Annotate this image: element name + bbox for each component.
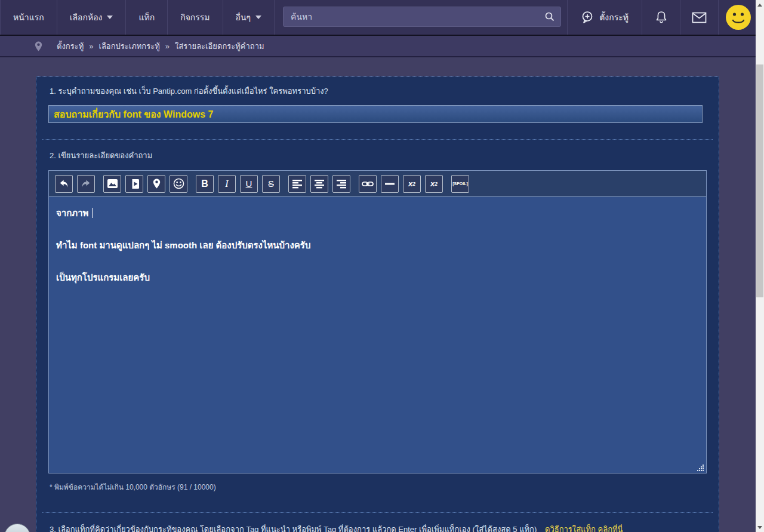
breadcrumb-separator: »	[165, 42, 170, 51]
subscript-button[interactable]: x2	[425, 175, 443, 193]
nav-item-rooms[interactable]: เลือกห้อง	[57, 0, 127, 35]
horizontal-rule-icon	[385, 183, 395, 185]
align-left-icon	[292, 179, 303, 189]
emoticon-icon	[173, 178, 184, 189]
chevron-down-icon	[107, 16, 113, 19]
bold-button[interactable]: B	[196, 175, 214, 193]
search-icon[interactable]	[544, 11, 555, 22]
notifications-button[interactable]	[642, 0, 680, 35]
spoiler-button[interactable]: [SPOIL]	[451, 175, 469, 193]
question-title-label: 1. ระบุคำถามของคุณ เช่น เว็บ Pantip.com …	[50, 85, 328, 97]
editor-line: ทำไม font มานดูแปลกๆ ไม่ smooth เลย ต้อง…	[56, 237, 699, 253]
nav-item-label: กิจกรรม	[180, 11, 210, 24]
scroll-down-arrow[interactable]	[756, 522, 764, 532]
superscript-button[interactable]: x2	[403, 175, 421, 193]
user-avatar[interactable]	[718, 0, 758, 35]
new-topic-form-panel: 1. ระบุคำถามของคุณ เช่น เว็บ Pantip.com …	[36, 76, 719, 532]
resize-grip-icon[interactable]	[697, 464, 705, 472]
new-topic-icon	[581, 11, 594, 24]
editor-line: จากภาพ	[56, 205, 699, 221]
insert-video-button[interactable]	[125, 175, 143, 193]
breadcrumb-item-new-topic[interactable]: ตั้งกระทู้	[57, 40, 84, 53]
insert-emoticon-button[interactable]	[170, 175, 187, 193]
new-topic-button[interactable]: ตั้งกระทู้	[567, 0, 642, 35]
image-icon	[107, 179, 118, 189]
breadcrumb-item-topic-type[interactable]: เลือกประเภทกระทู้	[98, 40, 159, 53]
topic-title-input[interactable]	[48, 105, 703, 123]
editor-line	[56, 253, 699, 269]
nav-item-tags[interactable]: แท็ก	[126, 0, 168, 35]
breadcrumb-separator: »	[89, 42, 93, 51]
page: หน้าแรก เลือกห้อง แท็ก กิจกรรม อื่นๆ	[0, 0, 764, 532]
editor-line	[56, 221, 699, 237]
editor-content-area[interactable]: จากภาพ ทำไม font มานดูแปลกๆ ไม่ smooth เ…	[49, 197, 706, 473]
subscript-mark: 2	[435, 181, 438, 187]
chevron-down-icon	[255, 16, 261, 19]
strikethrough-button[interactable]: S	[262, 175, 280, 193]
editor-toolbar: B I U S	[49, 171, 706, 197]
scroll-up-arrow[interactable]	[756, 0, 764, 10]
mail-icon	[692, 12, 707, 23]
redo-icon	[81, 179, 91, 189]
bell-icon	[655, 10, 668, 24]
top-navigation-bar: หน้าแรก เลือกห้อง แท็ก กิจกรรม อื่นๆ	[0, 0, 756, 36]
nav-item-label: แท็ก	[138, 11, 155, 24]
messages-button[interactable]	[680, 0, 718, 35]
location-pin-icon	[35, 41, 42, 51]
new-topic-label: ตั้งกระทู้	[599, 11, 629, 24]
back-to-top-button[interactable]	[4, 524, 30, 532]
breadcrumb-item-topic-details: ใส่รายละเอียดกระทู้คำถาม	[175, 40, 264, 53]
page-scrollbar[interactable]	[756, 0, 764, 532]
link-icon	[362, 180, 374, 187]
align-center-icon	[314, 179, 325, 189]
question-details-label: 2. เขียนรายละเอียดของคำถาม	[50, 149, 152, 162]
smiley-avatar-icon	[725, 4, 751, 30]
text-cursor	[92, 208, 93, 218]
tag-section-label: 3. เลือกแท็กที่คิดว่าเกี่ยวข้องกับกระทู้…	[50, 525, 537, 532]
breadcrumb: ตั้งกระทู้ » เลือกประเภทกระทู้ » ใส่รายล…	[0, 36, 756, 57]
scrollbar-thumb[interactable]	[756, 64, 763, 297]
italic-button[interactable]: I	[218, 175, 236, 193]
align-center-button[interactable]	[310, 175, 328, 193]
section-divider	[42, 139, 713, 140]
section-divider	[42, 512, 713, 513]
undo-button[interactable]	[55, 175, 73, 193]
insert-location-button[interactable]	[147, 175, 165, 193]
align-right-icon	[336, 179, 347, 189]
character-counter: * พิมพ์ข้อความได้ไม่เกิน 10,000 ตัวอักษร…	[50, 481, 216, 493]
horizontal-rule-button[interactable]	[381, 175, 399, 193]
rich-text-editor: B I U S	[48, 170, 707, 473]
nav-item-label: หน้าแรก	[13, 11, 44, 24]
align-right-button[interactable]	[332, 175, 350, 193]
nav-item-activities[interactable]: กิจกรรม	[168, 0, 223, 35]
redo-button[interactable]	[77, 175, 95, 193]
insert-link-button[interactable]	[359, 175, 377, 193]
search-box	[283, 7, 561, 28]
editor-line: เป็นทุกโปรแกรมเลยครับ	[56, 269, 699, 285]
nav-item-more[interactable]: อื่นๆ	[223, 0, 275, 35]
tag-section-row: 3. เลือกแท็กที่คิดว่าเกี่ยวข้องกับกระทู้…	[50, 523, 623, 532]
tag-help-link[interactable]: ดูวิธีการใส่แท็ก คลิกที่นี่	[545, 525, 623, 532]
video-icon	[130, 179, 140, 189]
search-input[interactable]	[283, 7, 561, 27]
nav-item-label: อื่นๆ	[236, 11, 251, 24]
superscript-mark: 2	[412, 181, 415, 187]
insert-image-button[interactable]	[103, 175, 121, 193]
underline-button[interactable]: U	[240, 175, 258, 193]
align-left-button[interactable]	[288, 175, 306, 193]
nav-item-label: เลือกห้อง	[70, 11, 103, 24]
map-pin-icon	[153, 179, 161, 189]
undo-icon	[58, 179, 69, 189]
nav-item-home[interactable]: หน้าแรก	[0, 0, 57, 35]
main-nav: หน้าแรก เลือกห้อง แท็ก กิจกรรม อื่นๆ	[0, 0, 275, 35]
top-actions: ตั้งกระทู้	[567, 0, 758, 35]
